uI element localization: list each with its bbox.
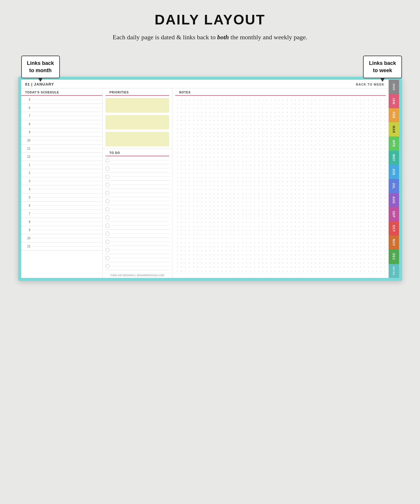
todo-checkbox[interactable] xyxy=(106,199,110,203)
tab-aug[interactable]: AUG xyxy=(389,193,399,207)
time-row: 12 xyxy=(21,153,102,161)
tab-apr[interactable]: APR xyxy=(389,136,399,151)
todo-checkbox[interactable] xyxy=(106,215,110,219)
todo-item[interactable] xyxy=(106,230,169,238)
time-row: 7 xyxy=(21,112,102,120)
time-row: 9 xyxy=(21,128,102,136)
todo-item[interactable] xyxy=(106,254,169,262)
todo-checkbox[interactable] xyxy=(106,232,110,236)
todo-checkbox[interactable] xyxy=(106,264,110,268)
time-row: 1 xyxy=(21,161,102,169)
todo-checkbox[interactable] xyxy=(106,166,110,171)
time-row: 8 xyxy=(21,218,102,226)
planner-inner: 01 | JANUARY BACK TO WEEK TODAY'S SCHEDU… xyxy=(21,80,399,278)
notes-column: NOTES xyxy=(172,88,389,278)
tab-feb[interactable]: FEB xyxy=(389,108,399,123)
time-row: 2 xyxy=(21,169,102,177)
time-row: 9 xyxy=(21,226,102,234)
todo-item[interactable] xyxy=(106,246,169,254)
todo-item[interactable] xyxy=(106,156,169,164)
notes-header: NOTES xyxy=(175,91,386,96)
page-subtitle: Each daily page is dated & links back to… xyxy=(112,33,307,41)
page-title: DAILY LAYOUT xyxy=(155,12,265,28)
callout-right: Links backto week xyxy=(363,56,402,78)
todo-item[interactable] xyxy=(106,173,169,181)
tab-nov[interactable]: NOV xyxy=(389,235,399,250)
planner-columns: TODAY'S SCHEDULE 5 6 7 8 9 10 11 12 1 2 … xyxy=(21,88,389,278)
tab-may[interactable]: MAY xyxy=(389,151,399,165)
time-row: 8 xyxy=(21,120,102,128)
todo-checkbox[interactable] xyxy=(106,183,110,187)
tab-jan[interactable]: JAN xyxy=(389,94,399,108)
todo-item[interactable] xyxy=(106,213,169,221)
todo-checkbox[interactable] xyxy=(106,240,110,244)
todo-item[interactable] xyxy=(106,197,169,205)
time-row: 4 xyxy=(21,185,102,194)
todo-item[interactable] xyxy=(106,205,169,213)
time-row: 11 xyxy=(21,242,102,251)
priorities-section: PRIORITIES xyxy=(103,88,172,149)
todo-checkbox[interactable] xyxy=(106,175,110,179)
tab-jul[interactable]: JUL xyxy=(389,179,399,193)
time-row: 10 xyxy=(21,136,102,145)
todo-item[interactable] xyxy=(106,238,169,246)
time-row: 3 xyxy=(21,177,102,185)
todo-checkbox[interactable] xyxy=(106,207,110,211)
schedule-header: TODAY'S SCHEDULE xyxy=(21,91,102,96)
time-row: 7 xyxy=(21,210,102,218)
todo-item[interactable] xyxy=(106,189,169,197)
tab-year[interactable]: 2025 xyxy=(389,80,399,94)
time-row: 6 xyxy=(21,104,102,112)
time-row: 5 xyxy=(21,96,102,104)
todo-item[interactable] xyxy=(106,221,169,230)
todo-item[interactable] xyxy=(106,181,169,189)
priority-box-2[interactable] xyxy=(106,115,169,129)
todo-header: TO DO xyxy=(106,151,169,156)
month-tabs: 2025 JAN FEB MAR APR MAY JUN JUL AUG SEP… xyxy=(389,80,399,278)
tab-dec[interactable]: DEC xyxy=(389,250,399,264)
todo-section: TO DO xyxy=(103,149,172,273)
todo-checkbox[interactable] xyxy=(106,256,110,260)
callout-left: Links backto month xyxy=(21,56,60,78)
priority-box-1[interactable] xyxy=(106,98,169,113)
planner-date: 01 | JANUARY xyxy=(25,82,54,86)
priorities-header: PRIORITIES xyxy=(106,91,169,96)
time-row: 5 xyxy=(21,194,102,202)
time-row: 6 xyxy=(21,202,102,210)
planner-wrapper: 01 | JANUARY BACK TO WEEK TODAY'S SCHEDU… xyxy=(18,77,402,281)
todo-checkbox[interactable] xyxy=(106,223,110,228)
tab-mar[interactable]: MAR xyxy=(389,122,399,136)
todo-item[interactable] xyxy=(106,262,169,270)
annotation-row: Links backto month Links backto week xyxy=(18,56,402,77)
tab-jun[interactable]: JUN xyxy=(389,165,399,179)
notes-area[interactable] xyxy=(175,98,386,274)
time-row: 11 xyxy=(21,145,102,153)
planner-header: 01 | JANUARY BACK TO WEEK xyxy=(21,80,389,88)
tab-sep[interactable]: SEP xyxy=(389,207,399,221)
footer-text: ©JEN AW DESIGNS | JENAWDESIGNS.COM xyxy=(103,273,172,278)
tab-oct[interactable]: OCT xyxy=(389,221,399,236)
priorities-boxes xyxy=(106,98,169,146)
back-to-week-link[interactable]: BACK TO WEEK xyxy=(356,83,385,86)
schedule-column: TODAY'S SCHEDULE 5 6 7 8 9 10 11 12 1 2 … xyxy=(21,88,103,278)
middle-column: PRIORITIES TO DO xyxy=(103,88,172,278)
todo-item[interactable] xyxy=(106,164,169,173)
todo-checkbox[interactable] xyxy=(106,191,110,195)
time-row: 10 xyxy=(21,234,102,242)
todo-checkbox[interactable] xyxy=(106,248,110,252)
tab-notes[interactable]: NOTES xyxy=(389,264,399,278)
planner-main: 01 | JANUARY BACK TO WEEK TODAY'S SCHEDU… xyxy=(21,80,389,278)
priority-box-3[interactable] xyxy=(106,132,169,146)
todo-checkbox[interactable] xyxy=(106,158,110,162)
